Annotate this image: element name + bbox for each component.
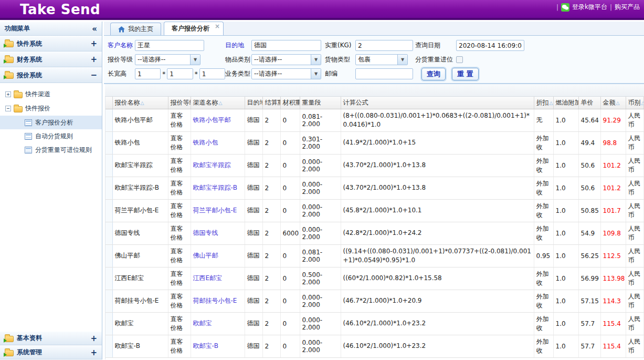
weight-input[interactable] bbox=[355, 40, 413, 51]
zipcode-input[interactable] bbox=[355, 68, 413, 79]
table-row[interactable]: 江西E邮宝直客价格江西E邮宝德国200.500-2.000((60*2/1.00… bbox=[105, 267, 644, 290]
chevron-down-icon[interactable]: ▼ bbox=[190, 55, 200, 65]
col-header-formula[interactable]: 计算公式 bbox=[341, 97, 534, 109]
weight-carry-checkbox[interactable] bbox=[456, 56, 463, 63]
table-row[interactable]: 欧邮宝半跟踪直客价格欧邮宝半跟踪德国200.000-2.000(43.70*2/… bbox=[105, 154, 644, 177]
cell-sel bbox=[105, 222, 112, 244]
sidebar-item-quote-system[interactable]: 报价系统 − bbox=[0, 67, 102, 83]
query-date-input[interactable] bbox=[456, 40, 524, 51]
collapse-sidebar-icon[interactable]: « bbox=[92, 24, 97, 34]
table-row[interactable]: 佛山平邮直客价格佛山平邮德国200.081-2.000((9.14+((0.08… bbox=[105, 244, 644, 267]
col-header-unit[interactable]: 单价 bbox=[578, 97, 600, 109]
chevron-down-icon[interactable]: ▼ bbox=[311, 69, 321, 79]
sidebar-item-express-system[interactable]: 快件系统 + bbox=[0, 36, 102, 52]
col-header-volume[interactable]: 材积重量△ bbox=[280, 97, 300, 109]
sort-asc-icon[interactable]: △ bbox=[141, 100, 144, 106]
channel-link[interactable]: 铁路小包平邮 bbox=[193, 116, 231, 124]
tree-leaf-customer-quote-analysis[interactable]: 客户报价分析 bbox=[0, 116, 102, 129]
cell-formula: (43.70*2/1.000)*1.0+13.8 bbox=[341, 177, 534, 199]
col-header-settle[interactable]: 结算重量△ bbox=[262, 97, 280, 109]
cell-sel bbox=[105, 109, 112, 131]
channel-link[interactable]: 欧邮宝-B bbox=[193, 342, 219, 349]
close-icon[interactable]: × bbox=[215, 23, 220, 29]
table-row[interactable]: 荷邮挂号小包-E直客价格荷邮挂号小包-E德国200.000-2.000(46.7… bbox=[105, 290, 644, 312]
channel-link[interactable]: 荷兰平邮小包-E bbox=[193, 207, 237, 214]
col-header-name[interactable]: 报价名称△ bbox=[112, 97, 168, 109]
channel-link[interactable]: 铁路小包 bbox=[193, 139, 218, 146]
cargo-type-select[interactable]: 包裹 ▼ bbox=[355, 54, 408, 65]
table-row[interactable]: 欧邮宝半跟踪-B直客价格欧邮宝半跟踪-B德国200.000-2.000(43.7… bbox=[105, 177, 644, 199]
expander-plus-icon[interactable]: + bbox=[5, 91, 11, 97]
tab-customer-quote-analysis[interactable]: 客户报价分析 × bbox=[164, 22, 224, 35]
col-header-currency[interactable]: 币别△ bbox=[626, 97, 643, 109]
channel-link[interactable]: 欧邮宝半跟踪 bbox=[193, 161, 231, 169]
expander-minus-icon[interactable]: − bbox=[5, 106, 11, 111]
cell-dest: 德国 bbox=[245, 222, 262, 244]
col-header-fuel[interactable]: 燃油附加费△ bbox=[553, 97, 578, 109]
business-type-select[interactable]: --请选择-- ▼ bbox=[251, 68, 321, 79]
cell-volume: 0 bbox=[280, 177, 300, 199]
chevron-down-icon[interactable]: ▼ bbox=[311, 55, 321, 65]
destination-input[interactable] bbox=[251, 40, 321, 51]
folder-icon bbox=[14, 106, 23, 112]
sidebar-item-basic-data[interactable]: 基本资料 + bbox=[0, 331, 102, 345]
table-row[interactable]: 欧邮宝直客价格欧邮宝德国200.000-2.000(46.10*2/1.000)… bbox=[105, 312, 644, 335]
cell-fuel: 1.0 bbox=[553, 335, 578, 357]
cell-settle: 2 bbox=[262, 312, 280, 335]
expand-plus-icon[interactable]: + bbox=[90, 348, 97, 357]
sort-asc-icon[interactable]: △ bbox=[641, 100, 644, 106]
zipcode-label: 邮编 bbox=[325, 69, 355, 78]
tree-node-express-channel[interactable]: + 快件渠道 bbox=[0, 87, 102, 101]
item-category-select[interactable]: --请选择-- ▼ bbox=[251, 54, 321, 65]
cell-sel bbox=[105, 199, 112, 222]
expand-plus-icon[interactable]: + bbox=[90, 334, 97, 343]
expand-plus-icon[interactable]: + bbox=[90, 55, 97, 64]
cell-amount: 101.2 bbox=[600, 154, 626, 177]
tab-my-homepage[interactable]: 我的主页 bbox=[110, 23, 161, 35]
tree-leaf-weight-carry-rule[interactable]: 分货重量可进位规则 bbox=[0, 143, 102, 157]
channel-link[interactable]: 欧邮宝 bbox=[193, 320, 212, 327]
expand-plus-icon[interactable]: + bbox=[90, 39, 97, 48]
buy-product-link[interactable]: 购买产品 bbox=[615, 3, 640, 12]
col-header-empty bbox=[105, 97, 112, 109]
channel-link[interactable]: 佛山平邮 bbox=[193, 252, 218, 259]
table-row[interactable]: 铁路小包平邮直客价格铁路小包平邮德国200.081-2.000(8+((0.08… bbox=[105, 109, 644, 131]
top-banner: Take Send | 登录k微平台 | 购买产品 bbox=[0, 0, 644, 20]
table-row[interactable]: 欧邮宝-B直客价格欧邮宝-B德国200.000-2.000(46.10*2/1.… bbox=[105, 335, 644, 357]
length-input[interactable] bbox=[135, 68, 161, 79]
weight-label: 实重(KG) bbox=[325, 41, 355, 50]
search-button[interactable]: 查询 bbox=[421, 68, 446, 80]
sort-asc-icon[interactable]: △ bbox=[616, 100, 620, 106]
channel-link[interactable]: 欧邮宝半跟踪-B bbox=[193, 184, 238, 191]
login-kwei-link[interactable]: 登录k微平台 bbox=[572, 3, 607, 12]
chevron-down-icon[interactable]: ▼ bbox=[397, 55, 407, 65]
col-header-amount[interactable]: 金额△ bbox=[600, 97, 626, 109]
quote-grade-select[interactable]: --请选择-- ▼ bbox=[135, 54, 200, 65]
table-row[interactable]: 铁路小包直客价格铁路小包德国200.301-2.000(41.9*2/1.000… bbox=[105, 131, 644, 154]
width-input[interactable] bbox=[167, 68, 193, 79]
customer-name-input[interactable] bbox=[135, 40, 204, 51]
channel-link[interactable]: 荷邮挂号小包-E bbox=[193, 297, 237, 304]
sidebar-title: 功能菜单 bbox=[5, 24, 30, 33]
tree-node-express-quote[interactable]: − 快件报价 bbox=[0, 101, 102, 116]
sidebar-item-system-management[interactable]: 系统管理 + bbox=[0, 345, 102, 359]
col-header-discount[interactable]: 折扣△ bbox=[534, 97, 553, 109]
cell-amount: 113.98 bbox=[600, 267, 626, 290]
height-input[interactable] bbox=[199, 68, 225, 79]
collapse-minus-icon[interactable]: − bbox=[90, 70, 97, 80]
sort-asc-icon[interactable]: △ bbox=[550, 100, 553, 106]
col-header-dest[interactable]: 目的地△ bbox=[245, 97, 262, 109]
col-header-grade[interactable]: 报价等级 bbox=[168, 97, 191, 109]
col-header-range[interactable]: 重量段 bbox=[300, 97, 341, 109]
table-row[interactable]: 德国专线直客价格德国专线德国260000.000-2.000(42.8*2/1.… bbox=[105, 222, 644, 244]
cell-channel: 荷邮挂号小包-E bbox=[191, 290, 245, 312]
channel-link[interactable]: 江西E邮宝 bbox=[193, 274, 223, 282]
sort-asc-icon[interactable]: △ bbox=[219, 100, 223, 106]
reset-button[interactable]: 重 置 bbox=[452, 68, 479, 80]
table-row[interactable]: 荷兰平邮小包-E直客价格荷兰平邮小包-E德国200.000-2.000(45.8… bbox=[105, 199, 644, 222]
tree-leaf-auto-sorting-rule[interactable]: 自动分货规则 bbox=[0, 129, 102, 143]
cell-currency: 人民币 bbox=[626, 335, 643, 357]
col-header-channel[interactable]: 渠道名称△ bbox=[191, 97, 245, 109]
sidebar-item-finance-system[interactable]: 财务系统 + bbox=[0, 52, 102, 67]
channel-link[interactable]: 德国专线 bbox=[193, 229, 218, 236]
